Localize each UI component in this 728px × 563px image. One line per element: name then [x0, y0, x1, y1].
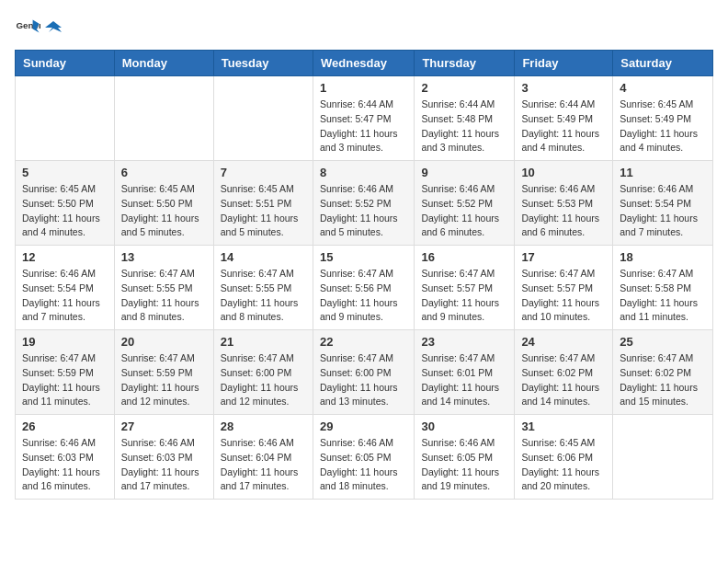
day-info: Sunrise: 6:47 AM Sunset: 5:59 PM Dayligh… — [121, 351, 207, 409]
logo-bird-icon — [45, 19, 62, 36]
calendar-cell: 10Sunrise: 6:46 AM Sunset: 5:53 PM Dayli… — [515, 161, 613, 246]
calendar-cell: 19Sunrise: 6:47 AM Sunset: 5:59 PM Dayli… — [16, 330, 115, 415]
day-number: 10 — [521, 166, 606, 179]
weekday-header-saturday: Saturday — [613, 51, 713, 76]
day-number: 24 — [521, 335, 606, 349]
svg-marker-1 — [45, 21, 62, 32]
calendar-cell: 5Sunrise: 6:45 AM Sunset: 5:50 PM Daylig… — [16, 161, 115, 246]
day-number: 14 — [221, 250, 306, 264]
calendar-cell: 30Sunrise: 6:46 AM Sunset: 6:05 PM Dayli… — [415, 415, 515, 500]
day-number: 28 — [221, 419, 306, 433]
day-info: Sunrise: 6:46 AM Sunset: 5:54 PM Dayligh… — [620, 182, 706, 240]
calendar-cell: 27Sunrise: 6:46 AM Sunset: 6:03 PM Dayli… — [114, 415, 213, 500]
day-info: Sunrise: 6:44 AM Sunset: 5:47 PM Dayligh… — [320, 98, 407, 155]
day-number: 11 — [620, 166, 706, 179]
day-info: Sunrise: 6:47 AM Sunset: 6:02 PM Dayligh… — [521, 351, 606, 409]
weekday-header-tuesday: Tuesday — [213, 51, 313, 76]
day-number: 26 — [22, 419, 108, 433]
calendar-cell: 1Sunrise: 6:44 AM Sunset: 5:47 PM Daylig… — [313, 76, 414, 161]
logo-icon: General — [15, 15, 40, 40]
day-number: 4 — [620, 81, 706, 95]
day-info: Sunrise: 6:45 AM Sunset: 6:06 PM Dayligh… — [521, 436, 606, 494]
day-info: Sunrise: 6:46 AM Sunset: 6:04 PM Dayligh… — [221, 436, 306, 494]
day-number: 21 — [221, 335, 306, 349]
day-number: 8 — [320, 166, 407, 179]
day-info: Sunrise: 6:44 AM Sunset: 5:48 PM Dayligh… — [421, 98, 507, 155]
calendar-cell: 26Sunrise: 6:46 AM Sunset: 6:03 PM Dayli… — [16, 415, 115, 500]
calendar-week-row: 5Sunrise: 6:45 AM Sunset: 5:50 PM Daylig… — [16, 161, 713, 246]
day-info: Sunrise: 6:44 AM Sunset: 5:49 PM Dayligh… — [521, 98, 606, 155]
calendar-cell: 15Sunrise: 6:47 AM Sunset: 5:56 PM Dayli… — [313, 246, 414, 330]
day-info: Sunrise: 6:47 AM Sunset: 6:00 PM Dayligh… — [221, 351, 306, 409]
day-info: Sunrise: 6:46 AM Sunset: 6:05 PM Dayligh… — [421, 436, 507, 494]
calendar-week-row: 1Sunrise: 6:44 AM Sunset: 5:47 PM Daylig… — [16, 76, 713, 161]
calendar-cell: 21Sunrise: 6:47 AM Sunset: 6:00 PM Dayli… — [213, 330, 313, 415]
day-number: 25 — [620, 335, 706, 349]
day-number: 29 — [320, 419, 407, 433]
calendar-cell: 31Sunrise: 6:45 AM Sunset: 6:06 PM Dayli… — [515, 415, 613, 500]
calendar-cell: 8Sunrise: 6:46 AM Sunset: 5:52 PM Daylig… — [313, 161, 414, 246]
day-number: 13 — [121, 250, 207, 264]
day-info: Sunrise: 6:46 AM Sunset: 5:54 PM Dayligh… — [22, 267, 108, 325]
day-number: 23 — [421, 335, 507, 349]
calendar-cell: 14Sunrise: 6:47 AM Sunset: 5:55 PM Dayli… — [213, 246, 313, 330]
calendar-cell: 2Sunrise: 6:44 AM Sunset: 5:48 PM Daylig… — [415, 76, 515, 161]
calendar-cell — [16, 76, 115, 161]
day-number: 6 — [121, 166, 207, 179]
calendar-cell — [613, 415, 713, 500]
calendar-cell: 25Sunrise: 6:47 AM Sunset: 6:02 PM Dayli… — [613, 330, 713, 415]
day-info: Sunrise: 6:47 AM Sunset: 5:55 PM Dayligh… — [121, 267, 207, 325]
calendar-cell: 9Sunrise: 6:46 AM Sunset: 5:52 PM Daylig… — [415, 161, 515, 246]
day-info: Sunrise: 6:46 AM Sunset: 6:05 PM Dayligh… — [320, 436, 407, 494]
day-number: 22 — [320, 335, 407, 349]
calendar-week-row: 26Sunrise: 6:46 AM Sunset: 6:03 PM Dayli… — [16, 415, 713, 500]
day-number: 3 — [521, 81, 606, 95]
calendar-cell: 24Sunrise: 6:47 AM Sunset: 6:02 PM Dayli… — [515, 330, 613, 415]
calendar-cell: 16Sunrise: 6:47 AM Sunset: 5:57 PM Dayli… — [415, 246, 515, 330]
day-info: Sunrise: 6:47 AM Sunset: 5:56 PM Dayligh… — [320, 267, 407, 325]
day-number: 2 — [421, 81, 507, 95]
day-number: 16 — [421, 250, 507, 264]
weekday-header-row: SundayMondayTuesdayWednesdayThursdayFrid… — [16, 51, 713, 76]
day-info: Sunrise: 6:47 AM Sunset: 6:01 PM Dayligh… — [421, 351, 507, 409]
calendar-cell: 28Sunrise: 6:46 AM Sunset: 6:04 PM Dayli… — [213, 415, 313, 500]
calendar-cell: 11Sunrise: 6:46 AM Sunset: 5:54 PM Dayli… — [613, 161, 713, 246]
day-number: 7 — [221, 166, 306, 179]
calendar-table: SundayMondayTuesdayWednesdayThursdayFrid… — [15, 50, 713, 500]
calendar-cell — [213, 76, 313, 161]
day-number: 27 — [121, 419, 207, 433]
weekday-header-friday: Friday — [515, 51, 613, 76]
day-info: Sunrise: 6:47 AM Sunset: 5:55 PM Dayligh… — [221, 267, 306, 325]
calendar-cell: 29Sunrise: 6:46 AM Sunset: 6:05 PM Dayli… — [313, 415, 414, 500]
day-number: 17 — [521, 250, 606, 264]
calendar-cell: 13Sunrise: 6:47 AM Sunset: 5:55 PM Dayli… — [114, 246, 213, 330]
calendar-cell: 6Sunrise: 6:45 AM Sunset: 5:50 PM Daylig… — [114, 161, 213, 246]
day-info: Sunrise: 6:47 AM Sunset: 5:59 PM Dayligh… — [22, 351, 108, 409]
day-info: Sunrise: 6:47 AM Sunset: 6:00 PM Dayligh… — [320, 351, 407, 409]
calendar-cell: 3Sunrise: 6:44 AM Sunset: 5:49 PM Daylig… — [515, 76, 613, 161]
day-info: Sunrise: 6:45 AM Sunset: 5:51 PM Dayligh… — [221, 182, 306, 240]
day-info: Sunrise: 6:47 AM Sunset: 5:57 PM Dayligh… — [521, 267, 606, 325]
day-number: 1 — [320, 81, 407, 95]
calendar-cell — [114, 76, 213, 161]
day-info: Sunrise: 6:45 AM Sunset: 5:50 PM Dayligh… — [22, 182, 108, 240]
calendar-cell: 17Sunrise: 6:47 AM Sunset: 5:57 PM Dayli… — [515, 246, 613, 330]
day-info: Sunrise: 6:46 AM Sunset: 5:53 PM Dayligh… — [521, 182, 606, 240]
page-header: General — [15, 15, 713, 40]
day-number: 12 — [22, 250, 108, 264]
day-number: 31 — [521, 419, 606, 433]
weekday-header-sunday: Sunday — [16, 51, 115, 76]
logo: General — [15, 15, 63, 40]
calendar-cell: 22Sunrise: 6:47 AM Sunset: 6:00 PM Dayli… — [313, 330, 414, 415]
weekday-header-wednesday: Wednesday — [313, 51, 414, 76]
weekday-header-thursday: Thursday — [415, 51, 515, 76]
calendar-cell: 18Sunrise: 6:47 AM Sunset: 5:58 PM Dayli… — [613, 246, 713, 330]
calendar-cell: 20Sunrise: 6:47 AM Sunset: 5:59 PM Dayli… — [114, 330, 213, 415]
day-info: Sunrise: 6:45 AM Sunset: 5:49 PM Dayligh… — [620, 98, 706, 155]
calendar-week-row: 12Sunrise: 6:46 AM Sunset: 5:54 PM Dayli… — [16, 246, 713, 330]
calendar-cell: 7Sunrise: 6:45 AM Sunset: 5:51 PM Daylig… — [213, 161, 313, 246]
day-number: 19 — [22, 335, 108, 349]
calendar-week-row: 19Sunrise: 6:47 AM Sunset: 5:59 PM Dayli… — [16, 330, 713, 415]
day-info: Sunrise: 6:47 AM Sunset: 5:57 PM Dayligh… — [421, 267, 507, 325]
day-info: Sunrise: 6:46 AM Sunset: 5:52 PM Dayligh… — [320, 182, 407, 240]
